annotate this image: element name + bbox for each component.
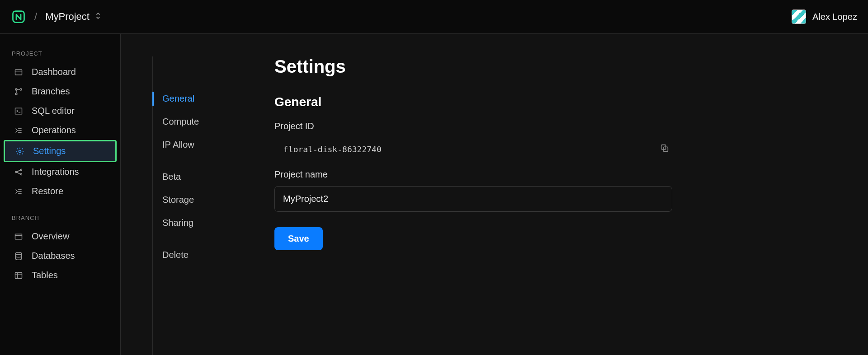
subnav-item-beta[interactable]: Beta	[153, 166, 243, 187]
svg-point-14	[20, 173, 22, 175]
sidebar-item-overview[interactable]: Overview	[0, 227, 120, 246]
subnav-item-sharing[interactable]: Sharing	[153, 212, 243, 234]
topbar-right: Alex Lopez	[792, 9, 857, 24]
svg-rect-6	[15, 108, 22, 114]
project-switcher-label: MyProject	[45, 11, 90, 23]
terminal-icon	[14, 106, 24, 116]
sidebar-item-restore[interactable]: Restore	[0, 182, 120, 201]
svg-point-20	[15, 252, 21, 254]
project-id-label: Project ID	[274, 121, 672, 131]
dashboard-icon	[14, 67, 24, 77]
svg-rect-21	[15, 272, 22, 278]
sidebar-item-label: Operations	[32, 125, 76, 135]
subnav-item-label: IP Allow	[162, 140, 194, 149]
subnav-item-label: Beta	[162, 172, 181, 182]
sidebar-item-branches[interactable]: Branches	[0, 82, 120, 101]
sidebar-item-dashboard[interactable]: Dashboard	[0, 62, 120, 82]
sidebar-item-databases[interactable]: Databases	[0, 246, 120, 266]
svg-rect-18	[15, 234, 22, 239]
operations-icon	[14, 126, 24, 135]
sidebar-item-tables[interactable]: Tables	[0, 266, 120, 285]
subnav-item-label: Compute	[162, 117, 199, 126]
sidebar-item-operations[interactable]: Operations	[0, 121, 120, 140]
project-name-label: Project name	[274, 169, 672, 180]
database-icon	[14, 251, 24, 261]
settings-subnav: General Compute IP Allow Beta Storage Sh…	[152, 56, 243, 355]
save-button[interactable]: Save	[274, 227, 323, 250]
topbar: / MyProject Alex Lopez	[0, 0, 868, 34]
avatar[interactable]	[792, 9, 806, 24]
user-name: Alex Lopez	[812, 12, 857, 22]
subnav-item-label: Storage	[162, 195, 194, 205]
overview-icon	[14, 232, 24, 242]
gear-icon	[15, 146, 25, 156]
copy-icon[interactable]	[657, 140, 672, 158]
integrations-icon	[14, 167, 24, 177]
sidebar-item-label: Overview	[32, 231, 69, 242]
sidebar: PROJECT Dashboard Branches SQL editor Op…	[0, 34, 121, 355]
svg-point-4	[15, 93, 17, 95]
restore-icon	[14, 187, 24, 196]
sidebar-item-label: Settings	[33, 146, 66, 156]
sidebar-section-project: PROJECT	[0, 47, 120, 62]
subnav-item-storage[interactable]: Storage	[153, 189, 243, 210]
content: General Compute IP Allow Beta Storage Sh…	[121, 34, 868, 355]
settings-panel: Settings General Project ID floral-disk-…	[274, 56, 672, 355]
svg-rect-1	[15, 70, 22, 75]
svg-point-5	[20, 89, 22, 90]
subnav-item-label: General	[162, 93, 194, 103]
sidebar-item-label: Branches	[32, 86, 70, 97]
sidebar-item-label: Restore	[32, 186, 63, 196]
svg-point-11	[19, 150, 21, 152]
page-title: Settings	[274, 56, 672, 77]
sidebar-section-branch: BRANCH	[0, 211, 120, 227]
tables-icon	[14, 271, 24, 280]
subnav-item-delete[interactable]: Delete	[153, 244, 243, 266]
branches-icon	[14, 87, 24, 97]
sidebar-item-label: SQL editor	[32, 106, 75, 116]
subnav-item-general[interactable]: General	[153, 88, 243, 109]
svg-point-13	[20, 169, 22, 170]
project-id-value: floral-disk-86322740	[283, 145, 382, 154]
main: PROJECT Dashboard Branches SQL editor Op…	[0, 34, 868, 355]
subnav-item-compute[interactable]: Compute	[153, 111, 243, 132]
sidebar-item-settings-highlight: Settings	[4, 140, 117, 162]
project-id-row: floral-disk-86322740	[274, 138, 672, 169]
project-switcher[interactable]: MyProject	[45, 11, 101, 23]
subnav-item-label: Delete	[162, 250, 189, 260]
topbar-left: / MyProject	[11, 9, 101, 24]
sidebar-item-settings[interactable]: Settings	[5, 141, 115, 161]
app-logo[interactable]	[11, 9, 26, 24]
section-title: General	[274, 95, 672, 109]
breadcrumb-separator: /	[34, 11, 37, 23]
svg-point-12	[15, 171, 17, 173]
sidebar-item-label: Dashboard	[32, 67, 76, 77]
sidebar-item-label: Tables	[32, 270, 58, 280]
subnav-item-label: Sharing	[162, 218, 193, 228]
sidebar-item-sql-editor[interactable]: SQL editor	[0, 101, 120, 121]
subnav-item-ip-allow[interactable]: IP Allow	[153, 134, 243, 155]
sidebar-item-integrations[interactable]: Integrations	[0, 162, 120, 182]
chevron-up-down-icon	[95, 11, 101, 23]
sidebar-item-label: Integrations	[32, 167, 79, 177]
sidebar-item-label: Databases	[32, 251, 75, 261]
project-name-input[interactable]	[274, 186, 672, 212]
